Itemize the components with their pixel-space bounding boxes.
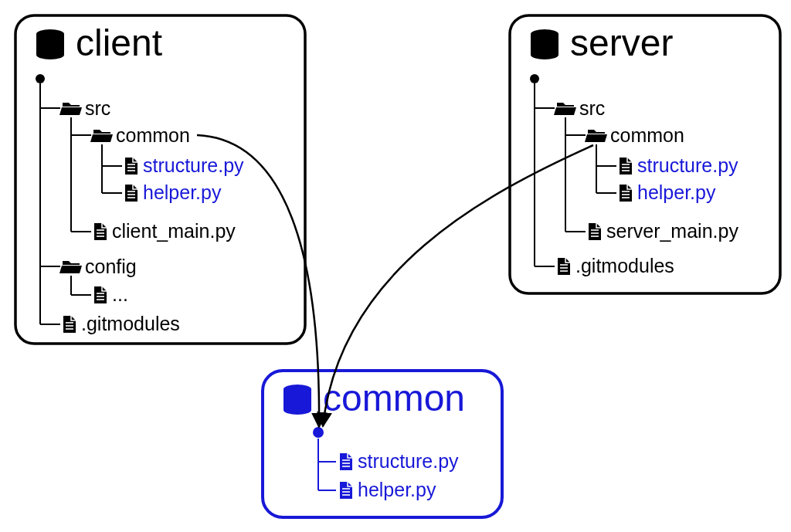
tree-node-common: common — [90, 124, 190, 146]
label-structure: structure.py — [358, 450, 459, 472]
repo-client: client — [15, 15, 305, 344]
repo-common-title: common — [323, 378, 465, 418]
label-config: config — [85, 256, 137, 277]
tree-lines — [318, 439, 336, 490]
label-helper: helper.py — [637, 181, 716, 203]
tree-node-src: src — [554, 97, 605, 119]
label-src: src — [85, 97, 110, 119]
file-icon — [125, 185, 137, 202]
tree-node-helper: helper.py — [620, 181, 716, 203]
tree-node-helper: helper.py — [125, 181, 222, 203]
tree-node-gitmodules: .gitmodules — [558, 255, 674, 276]
file-icon — [589, 223, 601, 240]
tree-node-structure: structure.py — [340, 450, 459, 472]
label-structure: structure.py — [637, 154, 738, 176]
folder-icon — [59, 261, 82, 273]
database-icon — [283, 385, 311, 415]
file-icon — [558, 258, 570, 275]
file-icon — [63, 316, 76, 333]
repo-server: server src common structure.py h — [510, 15, 780, 293]
tree-node-src: src — [59, 97, 110, 119]
label-helper: helper.py — [143, 181, 222, 203]
tree-node-structure: structure.py — [620, 154, 738, 176]
file-icon — [620, 185, 632, 202]
file-icon — [94, 223, 107, 240]
database-icon — [531, 29, 558, 59]
label-structure: structure.py — [143, 154, 244, 176]
file-icon — [340, 482, 352, 499]
folder-icon — [59, 103, 82, 115]
tree-node-structure: structure.py — [125, 154, 244, 176]
svg-rect-4 — [15, 15, 305, 344]
label-common: common — [610, 124, 684, 146]
database-icon — [36, 29, 64, 59]
repo-common: common structure.py helper.py — [263, 371, 502, 517]
repo-client-title: client — [76, 22, 162, 63]
tree-node-client-main: client_main.py — [94, 220, 236, 242]
file-icon — [340, 453, 352, 470]
file-icon — [620, 158, 632, 175]
folder-icon — [554, 103, 576, 115]
tree-node-common: common — [585, 124, 684, 146]
file-icon — [125, 158, 137, 175]
label-src: src — [579, 97, 605, 119]
tree-node-gitmodules: .gitmodules — [63, 313, 180, 334]
label-gitmodules: .gitmodules — [575, 255, 674, 276]
label-config-more: ... — [112, 283, 128, 305]
tree-lines — [40, 83, 122, 324]
tree-node-helper: helper.py — [340, 479, 436, 500]
arrow-client-to-common — [197, 135, 319, 427]
tree-node-config: config — [59, 256, 137, 277]
label-gitmodules: .gitmodules — [81, 313, 180, 334]
tree-root-dot — [36, 74, 45, 83]
tree-node-config-more: ... — [94, 283, 128, 305]
tree-node-server-main: server_main.py — [589, 220, 738, 242]
label-client-main: client_main.py — [112, 220, 236, 242]
tree-root-dot — [313, 427, 324, 438]
file-icon — [94, 286, 107, 303]
folder-icon — [585, 130, 607, 142]
repo-server-title: server — [570, 22, 673, 63]
label-common: common — [116, 124, 190, 146]
label-server-main: server_main.py — [606, 220, 738, 242]
label-helper: helper.py — [358, 479, 436, 500]
tree-root-dot — [530, 74, 539, 83]
folder-icon — [90, 130, 113, 142]
